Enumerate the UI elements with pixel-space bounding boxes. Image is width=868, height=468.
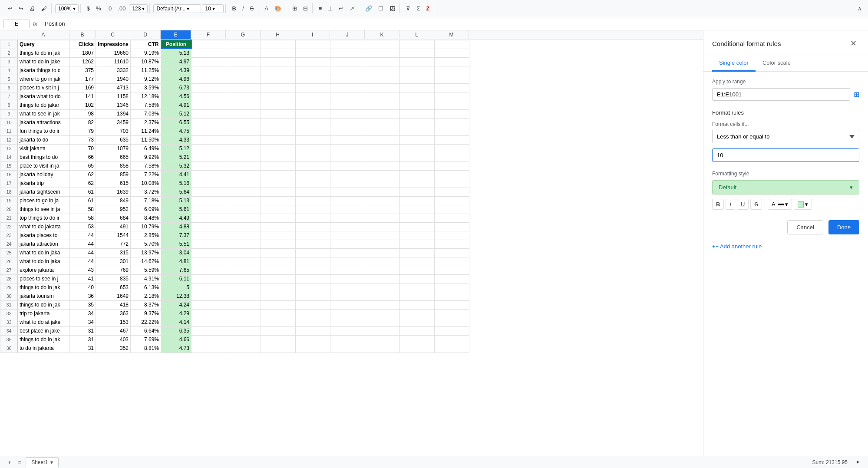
cell-query[interactable]: jakarta attraction — [18, 240, 70, 248]
cell-l[interactable] — [400, 135, 435, 144]
cell-impressions[interactable]: 315 — [96, 248, 131, 257]
table-row[interactable]: 7 jakarta what to do 141 1158 12.18% 4.5… — [0, 92, 469, 101]
tab-color-scale[interactable]: Color scale — [756, 55, 798, 72]
cell-m[interactable] — [435, 274, 469, 283]
cell-k[interactable] — [365, 75, 400, 83]
cell-query[interactable]: jakarta tourism — [18, 292, 70, 300]
cell-h[interactable] — [261, 179, 296, 188]
cell-m[interactable] — [435, 257, 469, 266]
cell-k[interactable] — [365, 326, 400, 335]
cell-impressions[interactable]: 952 — [96, 205, 131, 214]
cell-l[interactable] — [400, 101, 435, 109]
cell-impressions[interactable]: 703 — [96, 127, 131, 135]
table-row[interactable]: 11 fun things to do ir 79 703 11.24% 4.7… — [0, 127, 469, 135]
cell-position[interactable]: 5.13 — [161, 196, 191, 205]
cell-k[interactable] — [365, 144, 400, 153]
cell-position[interactable]: 5.12 — [161, 144, 191, 153]
cell-query[interactable]: what to do in jaka — [18, 257, 70, 266]
cell-k[interactable] — [365, 344, 400, 353]
cell-f[interactable] — [191, 274, 226, 283]
cell-query[interactable]: things to do in jak — [18, 335, 70, 344]
cell-h[interactable] — [261, 300, 296, 309]
table-row[interactable]: 25 what to do in jaka 44 315 13.97% 3.04 — [0, 248, 469, 257]
cell-j[interactable] — [330, 179, 365, 188]
cell-clicks[interactable]: 66 — [70, 153, 96, 161]
table-row[interactable]: 36 to do in jakarta 31 352 8.81% 4.73 — [0, 344, 469, 353]
cell-i[interactable] — [296, 344, 330, 353]
cell-f[interactable] — [191, 292, 226, 300]
cell-h[interactable] — [261, 318, 296, 326]
col-header-k[interactable]: K — [365, 30, 399, 39]
cell-f[interactable] — [191, 83, 226, 92]
zotero-button[interactable]: Z — [423, 3, 432, 13]
cell-impressions[interactable]: 1639 — [96, 188, 131, 196]
cell-j[interactable] — [330, 66, 365, 75]
cell-h[interactable] — [261, 127, 296, 135]
cell-l[interactable] — [400, 344, 435, 353]
cell-h[interactable] — [261, 309, 296, 318]
cell-position[interactable]: 4.66 — [161, 335, 191, 344]
cell-j[interactable] — [330, 318, 365, 326]
cell-i[interactable] — [296, 266, 330, 274]
col-header-c[interactable]: C — [96, 30, 130, 39]
cell-f[interactable] — [191, 75, 226, 83]
cell-query[interactable]: jakarta sightseein — [18, 188, 70, 196]
cell-impressions[interactable]: 1079 — [96, 144, 131, 153]
cell-ctr[interactable]: 6.64% — [131, 326, 161, 335]
cell-j[interactable] — [330, 161, 365, 170]
decimal2-button[interactable]: .00 — [115, 3, 128, 13]
cell-ctr[interactable]: 5.70% — [131, 240, 161, 248]
cell-f[interactable] — [191, 161, 226, 170]
cell-clicks[interactable]: 58 — [70, 205, 96, 214]
cell-ctr[interactable]: 11.24% — [131, 127, 161, 135]
cell-k[interactable] — [365, 240, 400, 248]
cell-clicks[interactable]: 177 — [70, 75, 96, 83]
cell-j[interactable] — [330, 300, 365, 309]
cell-clicks[interactable]: 82 — [70, 118, 96, 127]
cell-f[interactable] — [191, 266, 226, 274]
cell-ctr[interactable]: 12.18% — [131, 92, 161, 101]
table-row[interactable]: 6 places to visit in j 169 4713 3.59% 6.… — [0, 83, 469, 92]
cell-l[interactable] — [400, 248, 435, 257]
comment-button[interactable]: ☐ — [376, 3, 386, 13]
cell-k[interactable] — [365, 135, 400, 144]
wrap-button[interactable]: ↵ — [336, 3, 346, 13]
cell-m[interactable] — [435, 344, 469, 353]
cell-g[interactable] — [226, 118, 261, 127]
link-button[interactable]: 🔗 — [363, 3, 375, 13]
cell-i[interactable] — [296, 92, 330, 101]
strikethrough-button[interactable]: S — [247, 3, 256, 13]
cell-h[interactable] — [261, 248, 296, 257]
image-button[interactable]: 🖼 — [387, 3, 398, 13]
cell-k[interactable] — [365, 57, 400, 66]
table-row[interactable]: 10 jakarta attractions 82 3459 2.37% 6.5… — [0, 118, 469, 127]
cell-h[interactable] — [261, 57, 296, 66]
table-row[interactable]: 18 jakarta sightseein 61 1639 3.72% 5.64 — [0, 188, 469, 196]
cell-clicks[interactable]: 43 — [70, 266, 96, 274]
cell-j[interactable] — [330, 170, 365, 179]
cell-impressions[interactable]: 403 — [96, 335, 131, 344]
cell-f[interactable] — [191, 222, 226, 231]
cell-l[interactable] — [400, 318, 435, 326]
cell-h[interactable] — [261, 109, 296, 118]
cell-m[interactable] — [435, 153, 469, 161]
cell-impressions[interactable]: 665 — [96, 153, 131, 161]
currency-button[interactable]: $ — [84, 3, 92, 13]
cell-i[interactable] — [296, 118, 330, 127]
cell-f[interactable] — [191, 57, 226, 66]
cell-clicks[interactable]: 79 — [70, 127, 96, 135]
cell-l[interactable] — [400, 257, 435, 266]
cell-l[interactable] — [400, 188, 435, 196]
cell-query[interactable]: jakarta holiday — [18, 170, 70, 179]
cell-impressions[interactable]: 1649 — [96, 292, 131, 300]
cell-ctr[interactable]: 7.58% — [131, 101, 161, 109]
table-row[interactable]: 26 what to do in jaka 44 301 14.62% 4.81 — [0, 257, 469, 266]
cell-position[interactable]: 6.35 — [161, 326, 191, 335]
table-row[interactable]: 22 what to do jakarta 53 491 10.79% 4.88 — [0, 222, 469, 231]
cell-f[interactable] — [191, 127, 226, 135]
cell-ctr[interactable]: 2.18% — [131, 292, 161, 300]
cell-h[interactable] — [261, 344, 296, 353]
cell-i[interactable] — [296, 283, 330, 292]
cell-m[interactable] — [435, 231, 469, 240]
cell-clicks[interactable]: 98 — [70, 109, 96, 118]
